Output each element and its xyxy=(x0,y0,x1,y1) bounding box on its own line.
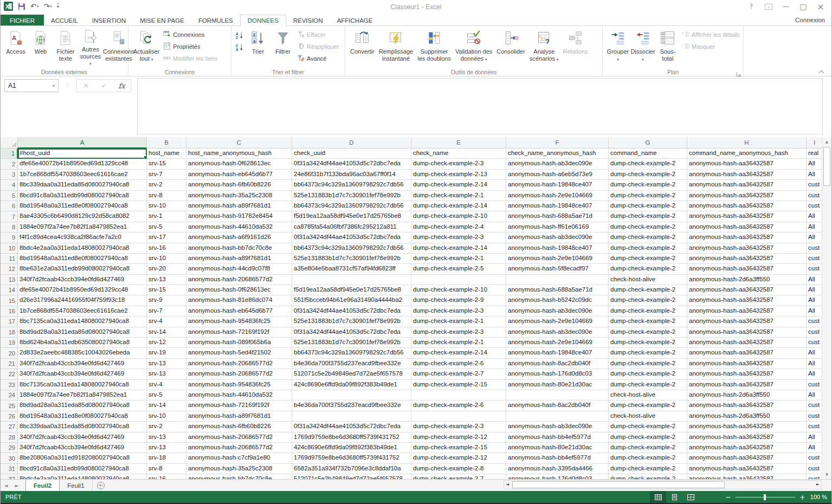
cell-F15[interactable]: anonymous-hash-b5242c09dc xyxy=(506,295,609,306)
cell-I32[interactable]: cust xyxy=(807,474,823,479)
cell-B5[interactable]: srv-8 xyxy=(147,191,186,201)
cell-D14[interactable]: f5d19ea12aa58df945e0e17d25765be8 xyxy=(292,285,411,295)
cell-C25[interactable]: anonymous-hash-72169f192f xyxy=(186,400,292,411)
show-detail-button[interactable]: + Afficher les détails xyxy=(680,29,741,41)
cell-C10[interactable]: anonymous-hash-bb7dc70c8e xyxy=(186,243,292,254)
cell-C24[interactable]: anonymous-hash-44610da532 xyxy=(186,390,292,400)
cell-C8[interactable]: anonymous-hash-44610da532 xyxy=(186,222,292,232)
cell-A17[interactable]: 8bc7135ca0a311eda148080027940ca8 xyxy=(18,316,147,327)
sheet-tab-feuil2[interactable]: Feuil2 xyxy=(25,480,60,491)
row-header-12[interactable]: 12 xyxy=(1,264,18,274)
cell-E25[interactable]: dump-check-example-2-6 xyxy=(411,400,506,411)
cell-A12[interactable]: 8be631e2a0a311edb99d080027940ca8 xyxy=(18,264,147,274)
cell-E17[interactable]: dump-check-example-2-1 xyxy=(411,316,506,327)
cell-E29[interactable]: dump-check-example-2-15 xyxy=(411,443,506,453)
row-header-2[interactable]: 2 xyxy=(1,159,18,169)
cell-D30[interactable]: 1769d9759e8be6d3680ff5739f431752 xyxy=(292,453,411,463)
horizontal-scrollbar[interactable]: ◄ ► xyxy=(504,480,822,489)
cell-G12[interactable]: dump-check-example-2 xyxy=(609,264,687,274)
tab-fichier[interactable]: FICHIER xyxy=(1,15,44,26)
cell-E9[interactable]: dump-check-example-2-3 xyxy=(411,232,506,243)
cell-A5[interactable]: 8bcd91c8a0a311edb99d080027940ca8 xyxy=(18,191,147,201)
refresh-all-button[interactable]: Actualiser tout ▾ xyxy=(131,27,162,66)
cell-I5[interactable]: cust xyxy=(807,191,823,201)
vertical-scrollbar[interactable]: ▲ ▼ xyxy=(822,137,831,479)
group-button[interactable]: Grouper▾ xyxy=(605,27,630,66)
normal-view-button[interactable] xyxy=(650,491,666,503)
cell-E4[interactable]: dump-check-example-2-14 xyxy=(411,180,506,190)
edit-links-button[interactable]: Modifier les liens xyxy=(162,53,219,64)
cell-I23[interactable]: cust xyxy=(807,380,823,390)
cell-F3[interactable]: anonymous-hash-a6eb5d73e9 xyxy=(506,170,609,180)
cell-E32[interactable]: dump-check-example-2-7 xyxy=(411,474,506,479)
cell-H31[interactable]: anonymous-hash-aa36432587 xyxy=(687,464,807,474)
cell-C2[interactable]: anonymous-hash-0f628613ec xyxy=(186,159,292,169)
name-box-dropdown-icon[interactable]: ▾ xyxy=(49,83,58,88)
zoom-level[interactable]: 100 % xyxy=(810,494,827,500)
cell-H6[interactable]: anonymous-hash-aa36432587 xyxy=(687,201,807,211)
cell-H2[interactable]: anonymous-hash-aa36432587 xyxy=(687,159,807,169)
cell-H22[interactable]: anonymous-hash-aa36432587 xyxy=(687,369,807,379)
cell-F28[interactable]: anonymous-hash-bb4ef5977d xyxy=(506,432,609,443)
scroll-down-icon[interactable]: ▼ xyxy=(822,470,831,479)
cell-I12[interactable]: cust xyxy=(807,264,823,274)
cell-C31[interactable]: anonymous-hash-35a25c2308 xyxy=(186,464,292,474)
cell-I21[interactable]: All xyxy=(807,359,823,369)
maximize-button[interactable]: □ xyxy=(796,1,811,12)
vertical-scrollbar-thumb[interactable] xyxy=(823,147,830,186)
row-header-7[interactable]: 7 xyxy=(1,211,18,222)
cell-G8[interactable]: dump-check-example-2 xyxy=(609,222,687,232)
cell-I29[interactable]: All xyxy=(807,443,823,453)
column-header-B[interactable]: B xyxy=(147,137,186,148)
cell-A8[interactable]: 1884e097f2a74ee7b82f1a8479852ea1 xyxy=(18,222,147,232)
cell-A23[interactable]: 8bc7135ca0a311eda148080027940ca8 xyxy=(18,380,147,390)
cell-E16[interactable]: dump-check-example-2-3 xyxy=(411,306,506,316)
cell-G14[interactable]: dump-check-example-2 xyxy=(609,285,687,295)
cell-B9[interactable]: srv-17 xyxy=(147,232,186,243)
cell-H4[interactable]: anonymous-hash-aa36432587 xyxy=(687,180,807,190)
cell-C28[interactable]: anonymous-hash-20686577d2 xyxy=(186,432,292,443)
cell-F4[interactable]: anonymous-hash-19848ce407 xyxy=(506,180,609,190)
cell-A2[interactable]: dfe65e40072b41b8950ed69d1329cc48 xyxy=(18,159,147,169)
cell-E27[interactable]: dump-check-example-2-3 xyxy=(411,422,506,432)
cell-C6[interactable]: anonymous-hash-a89f7681d1 xyxy=(186,201,292,211)
row-header-1[interactable]: 1 xyxy=(1,148,18,159)
add-sheet-button[interactable]: + xyxy=(93,480,109,491)
flash-fill-button[interactable]: Remplissage instantané xyxy=(377,27,416,66)
cell-A30[interactable]: 8be20806a0a311ed9182080027940ca8 xyxy=(18,453,147,463)
cell-H8[interactable]: anonymous-hash-aa36432587 xyxy=(687,222,807,232)
tab-formules[interactable]: FORMULES xyxy=(191,15,240,26)
close-button[interactable]: × xyxy=(813,1,828,12)
cell-A29[interactable]: 340f7d2fcaab43ccb394e0fd6d427469 xyxy=(18,443,147,453)
cell-G23[interactable]: dump-check-example-2 xyxy=(609,380,687,390)
cell-F27[interactable]: anonymous-hash-ab3dec090e xyxy=(506,422,609,432)
cell-D2[interactable]: 0f31a3424df44ae41053d5c72dbc7eda xyxy=(292,159,411,169)
cell-F1[interactable]: check_name_anonymous_hash xyxy=(506,148,609,159)
minimize-button[interactable]: — xyxy=(778,1,794,12)
cell-B31[interactable]: srv-8 xyxy=(147,464,186,474)
row-header-11[interactable]: 11 xyxy=(1,254,18,264)
cell-F9[interactable]: anonymous-hash-ab3dec090e xyxy=(506,232,609,243)
cell-G30[interactable]: dump-check-example-2 xyxy=(609,453,687,463)
cell-H16[interactable]: anonymous-hash-aa36432587 xyxy=(687,306,807,316)
zoom-slider-thumb[interactable] xyxy=(764,494,766,500)
cell-C17[interactable]: anonymous-hash-954836fc25 xyxy=(186,316,292,327)
cell-F7[interactable]: anonymous-hash-688a5ae71d xyxy=(506,211,609,222)
cell-I20[interactable]: All xyxy=(807,348,823,358)
zoom-in-icon[interactable]: + xyxy=(799,493,805,501)
cell-E22[interactable]: dump-check-example-2-7 xyxy=(411,369,506,379)
cell-B24[interactable]: srv-5 xyxy=(147,390,186,400)
cell-H11[interactable]: anonymous-hash-aa36432587 xyxy=(687,254,807,264)
cell-F14[interactable]: anonymous-hash-688a5ae71d xyxy=(506,285,609,295)
reapply-filter-button[interactable]: Réappliquer xyxy=(295,41,340,53)
cell-B15[interactable]: srv-9 xyxy=(147,295,186,306)
cell-I19[interactable]: cust xyxy=(807,338,823,348)
cell-C7[interactable]: anonymous-hash-91782e8454 xyxy=(186,211,292,222)
cell-G9[interactable]: dump-check-example-2 xyxy=(609,232,687,243)
cell-C11[interactable]: anonymous-hash-a89f7681d1 xyxy=(186,254,292,264)
cell-C16[interactable]: anonymous-hash-eb645d6b77 xyxy=(186,306,292,316)
cell-A32[interactable]: 8bdc4e2aa0a311eda148080027940ca8 xyxy=(18,474,147,479)
cell-F12[interactable]: anonymous-hash-5f8ecadf97 xyxy=(506,264,609,274)
cell-D23[interactable]: 424c8690e6ffd9da09f892f383b49de1 xyxy=(292,380,411,390)
cell-D26[interactable] xyxy=(292,411,411,422)
